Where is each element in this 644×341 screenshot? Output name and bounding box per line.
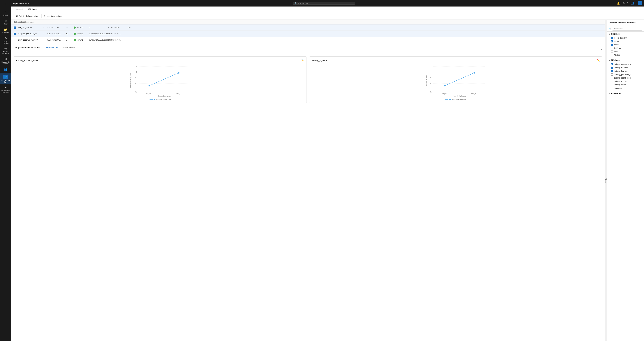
filters-panel[interactable]: Filtres (605, 20, 607, 341)
legend-dot (450, 99, 451, 100)
search-icon: 🔍 (295, 2, 297, 5)
selected-count-label: 2 éléments sélectionnés (14, 21, 34, 23)
chart2-legend: Nom de l'exécution (312, 99, 600, 101)
avatar[interactable]: 👤 (631, 1, 635, 6)
search-input[interactable] (298, 2, 353, 5)
metrics-section: Comparaison des métriques Performances E… (11, 43, 605, 105)
row1-duration: 5 s (66, 27, 74, 29)
right-panel-search-box[interactable]: 🔍 (607, 26, 644, 32)
list-icon: ≡ (44, 15, 45, 17)
svg-text:training_accuracy_score: training_accuracy_score (130, 73, 132, 88)
checkbox-accuracy[interactable] (611, 87, 613, 89)
legend-line (445, 100, 448, 100)
metrics-tab-performances[interactable]: Performances (43, 45, 61, 50)
row1-checkbox[interactable]: ✓ (14, 27, 17, 29)
sidebar-item-creer[interactable]: ⊕ Créer (0, 18, 11, 26)
sidebar-grid-icon[interactable]: ⠿ (4, 1, 8, 7)
filters-label: Filtres (605, 178, 607, 183)
sidebar-item-hub-monitoring[interactable]: ◎ Hub de monitoring (0, 46, 11, 56)
row3-date: 8/5/2023 1:07 ... (47, 39, 66, 41)
tab-accueil[interactable]: Accueil (14, 7, 25, 12)
checkbox-cree-par[interactable] (611, 47, 613, 49)
chart1-title: training_accuracy_score (16, 59, 38, 62)
notification-icon[interactable]: 🔔 (617, 2, 620, 5)
chevron-right-icon[interactable]: › (641, 22, 642, 24)
status-icon (74, 27, 76, 29)
table-row: plum_coconut_9hxv36j4 ··· 8/5/2023 1:07 … (11, 37, 605, 43)
row1-menu[interactable]: ··· (43, 27, 47, 29)
sidebar-item-label: Accueil (3, 15, 8, 16)
checkbox-training-precision-s[interactable] (611, 74, 613, 76)
prop-training-precision-s-label: training_precision_s (614, 74, 631, 76)
row2-num1: 0.7865714285... (89, 33, 98, 35)
tab-liste-executions[interactable]: ≡ Liste d'exécutions (41, 14, 64, 18)
row2-date: 8/5/2023 2:52 ... (47, 33, 66, 35)
sidebar-item-people[interactable]: 👥 (0, 67, 11, 73)
sidebar-item-espaces-travail[interactable]: ⊞ Espaces de travail (0, 56, 11, 66)
row2-checkbox[interactable]: ✓ (14, 33, 17, 35)
home-icon: ⌂ (5, 11, 6, 14)
svg-text:0.9: 0.9 (430, 77, 432, 79)
help-icon[interactable]: ? (627, 2, 628, 5)
row2-menu[interactable]: ··· (43, 33, 47, 35)
chart2-edit-icon[interactable]: ✏️ (597, 59, 600, 62)
sidebar-item-parcourir[interactable]: 📁 Parcourir (0, 27, 11, 35)
chart-training-f1: training_f1_score ✏️ training_f1_score (309, 56, 602, 103)
row3-name: plum_coconut_9hxv36j4 (18, 39, 43, 41)
collapse-button[interactable]: ∨ (601, 48, 602, 50)
section-parametres[interactable]: ∨ Paramètres (607, 91, 644, 96)
content-body: 2 éléments sélectionnés ✓ lime_ant_lftkv… (11, 20, 644, 341)
checkbox-training-f1-score[interactable] (611, 67, 613, 69)
row3-checkbox[interactable] (14, 39, 17, 41)
metrics-tabs: Comparaison des métriques Performances E… (14, 45, 601, 50)
sidebar-item-hub-donnees[interactable]: ⊙ Hub de données (0, 35, 11, 45)
section-proprietes[interactable]: ∨ Propriétés (607, 32, 644, 36)
tab-affichage[interactable]: Affichage (25, 7, 39, 12)
sidebar: ⠿ ⌂ Accueil ⊕ Créer 📁 Parcourir ⊙ Hub de… (0, 0, 11, 341)
data-hub-icon: ⊙ (4, 37, 7, 40)
checkbox-duree[interactable] (611, 40, 613, 43)
sidebar-item-science-donnees[interactable]: ✦ Science des données (0, 85, 11, 95)
row3-metric1: 0.4383202046... (108, 39, 128, 41)
section-metriques[interactable]: ∨ Métriques (607, 58, 644, 63)
sidebar-item-label: Parcourir (2, 32, 9, 34)
sidebar-item-experiment-churn[interactable]: 🧪 experiment-churn (0, 74, 11, 84)
metrics-tab-entrainement[interactable]: Entraînement (61, 45, 78, 50)
checkbox-training-log-loss[interactable] (611, 70, 613, 72)
chart2-container: training_f1_score (312, 63, 600, 98)
row3-menu[interactable]: ··· (43, 39, 47, 41)
panel-search-input[interactable] (612, 27, 642, 31)
create-icon: ⊕ (4, 19, 7, 23)
row1-metric1: 2.2204460492... (108, 27, 128, 29)
checkbox-statut[interactable] (611, 44, 613, 46)
settings-icon[interactable]: ⚙ (622, 2, 625, 5)
topbar-search-box[interactable]: 🔍 (293, 2, 355, 5)
checkbox-training-recall-score[interactable] (611, 77, 613, 79)
prop-heure-debut: Heure de début (607, 36, 644, 40)
topbar-divider: | (30, 2, 31, 5)
experiment-icon: 🧪 (4, 75, 8, 79)
metrics-tab-comparaison: Comparaison des métriques (14, 45, 43, 50)
checkbox-modele[interactable] (611, 54, 613, 56)
checkbox-heure-debut[interactable] (611, 37, 613, 39)
checkbox-training-score[interactable] (611, 84, 613, 86)
checkbox-training-accuracy-s[interactable] (611, 63, 613, 65)
sidebar-item-accueil[interactable]: ⌂ Accueil (0, 10, 11, 17)
app-launcher-icon[interactable] (638, 1, 642, 6)
prop-accuracy-label: Accuracy (614, 87, 622, 89)
prop-training-f1-score: training_f1_score (607, 66, 644, 69)
sidebar-item-label: experiment-churn (0, 80, 10, 83)
people-icon: 👥 (4, 68, 7, 71)
prop-heure-debut-label: Heure de début (614, 37, 627, 39)
tab-details-execution[interactable]: ▣ Détails de l'exécution (14, 14, 40, 18)
row2-name: magenta_pot_509tfyd4 (18, 33, 43, 35)
checkbox-training-roc-auc[interactable] (611, 80, 613, 82)
chart1-title-row: training_accuracy_score ✏️ (16, 59, 304, 62)
checkbox-source[interactable] (611, 51, 613, 53)
chart1-edit-icon[interactable]: ✏️ (302, 59, 304, 62)
page-content: Accueil Affichage ▣ Détails de l'exécuti… (11, 7, 644, 341)
chart1-legend-label: Nom de l'exécution (156, 99, 171, 101)
prop-training-f1-score-label: training_f1_score (614, 67, 628, 69)
svg-point-14 (148, 85, 150, 87)
svg-point-32 (444, 85, 446, 87)
